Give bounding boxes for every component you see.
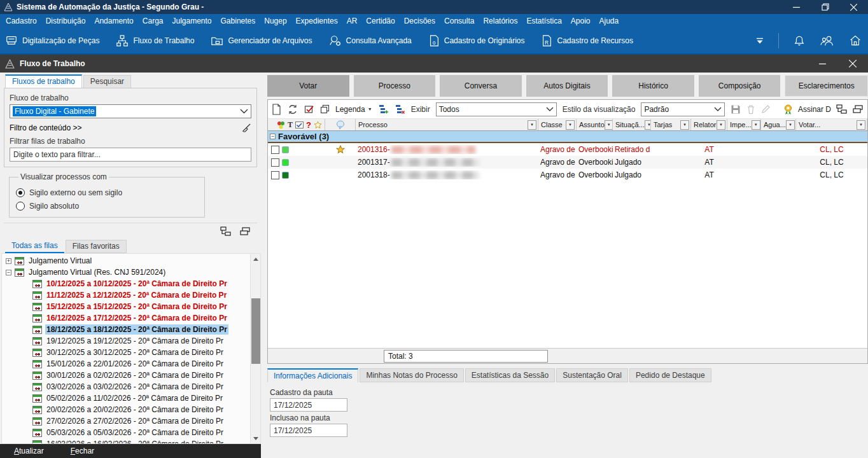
menu-item-apoio[interactable]: Apoio [566,14,595,28]
toolbar-item-consulta-avancada[interactable]: Consulta Avançada [329,34,412,47]
users-icon[interactable] [820,34,835,47]
group-row-favoravel[interactable]: − Favorável (3) [268,131,867,143]
toolbar-overflow-icon[interactable] [755,38,764,44]
tab-minhas-notas[interactable]: Minhas Notas do Processo [360,368,463,382]
tree-item[interactable]: 05/03/2026 a 05/03/2026 - 20ª Câmara de … [3,427,249,438]
collapse-tree-icon[interactable] [239,226,251,236]
toolbar-item-digitalizacao[interactable]: Digitalização de Peças [5,34,99,47]
tree-item[interactable]: 03/02/2026 a 03/02/2026 - 20ª Câmara de … [3,381,249,392]
menu-item-ar[interactable]: AR [342,14,362,28]
tab-pedido-destaque[interactable]: Pedido de Destaque [629,368,711,382]
menu-item-gabinetes[interactable]: Gabinetes [216,14,260,28]
minus-expander-icon[interactable]: − [270,134,276,139]
row-checkbox[interactable] [271,171,279,179]
queue-filter-input[interactable] [10,148,251,162]
row-checkbox[interactable] [271,146,279,154]
clear-filter-brush-icon[interactable] [241,123,251,133]
process-row[interactable]: 2001317- Agravo de Overbookii Julgado AT… [268,156,867,169]
filter-button[interactable]: ▼ [680,120,689,130]
filter-button[interactable]: ▼ [717,120,725,130]
column-header-situacao[interactable]: Situaçã...▼ [613,119,651,130]
status-traffic-icon[interactable] [277,121,285,129]
expand-panel-icon[interactable] [836,104,848,114]
menu-item-consulta[interactable]: Consulta [440,14,479,28]
save-view-icon[interactable] [731,104,741,114]
menu-item-cadastro[interactable]: Cadastro [1,14,41,28]
menu-item-julgamento[interactable]: Julgamento [167,14,216,28]
process-row[interactable]: 2001316- Agravo de Overbooki Retirado d … [268,143,867,156]
tree-item[interactable]: +Julgamento Virtual [3,255,249,267]
esclarecimentos-button[interactable]: Esclarecimentos [785,75,868,97]
composicao-button[interactable]: Composição [699,75,781,97]
notifications-bell-icon[interactable] [793,34,806,47]
tree-item[interactable]: 15/12/2025 a 15/12/2025 - 20ª Câmara de … [3,301,249,312]
toolbar-item-recursos[interactable]: R Cadastro de Recursos [541,34,633,47]
column-header-assunto[interactable]: Assunto▼ [577,119,613,130]
home-icon[interactable] [849,34,862,47]
filter-button[interactable]: ▼ [786,120,795,130]
minimize-button[interactable] [782,0,811,14]
tree-item[interactable]: 05/02/2026 a 11/02/2026 - 20ª Câmara de … [3,392,249,404]
workflow-minimize-button[interactable] [807,55,837,73]
tree-item[interactable]: 18/12/2025 a 18/12/2025 - 20ª Câmara de … [3,324,249,335]
tree-item[interactable]: 10/12/2025 a 10/12/2025 - 20ª Câmara de … [3,278,249,289]
tree-item[interactable]: 20/02/2026 a 20/02/2026 - 20ª Câmara de … [3,404,249,415]
radio-off-icon[interactable] [16,202,25,211]
scroll-down-icon[interactable] [251,433,260,443]
new-page-icon[interactable] [272,104,281,115]
toolbar-item-originarios[interactable]: o Cadastro de Originários [428,34,525,47]
tree-item[interactable]: 16/12/2025 a 17/12/2025 - 20ª Câmara de … [3,312,249,324]
fechar-button[interactable]: Fechar [71,447,94,455]
tree-item[interactable]: 15/01/2026 a 22/01/2026 - 20ª Câmara de … [3,358,249,370]
menu-item-expedientes[interactable]: Expedientes [291,14,342,28]
select-check-icon[interactable] [304,104,314,114]
column-header-impedimento[interactable]: Impe...▼ [727,119,761,130]
column-header-aguardando[interactable]: Agua...▼ [761,119,796,130]
tree-item[interactable]: 30/01/2026 a 02/02/2026 - 20ª Câmara de … [3,370,249,381]
menu-item-decisoes[interactable]: Decisões [400,14,440,28]
tree-item[interactable]: 27/02/2026 a 27/02/2026 - 20ª Câmara de … [3,415,249,427]
note-column-header[interactable] [325,119,356,130]
toolbar-item-fluxo[interactable]: Fluxo de Trabalho [116,34,194,47]
tree-item[interactable]: 30/12/2025 a 30/12/2025 - 20ª Câmara de … [3,347,249,358]
votar-button[interactable]: Votar [267,75,349,97]
atualizar-button[interactable]: Atualizar [14,447,44,455]
menu-item-relatorios[interactable]: Relatórios [479,14,522,28]
filter-button[interactable]: ▼ [528,120,536,130]
estilo-select[interactable]: Padrão [641,102,725,116]
toolbar-item-gerenciador[interactable]: Gerenciador de Arquivos [211,34,312,47]
close-button[interactable] [839,0,868,14]
tab-todas-as-filas[interactable]: Todas as filas [5,240,64,253]
fluxo-combobox[interactable]: Fluxo Digital - Gabinete [10,104,251,118]
column-header-votar[interactable]: Votar...▼ [796,119,867,130]
autos-digitais-button[interactable]: Autos Digitais [526,75,608,97]
inclusao-pauta-input[interactable] [270,424,347,437]
tree-scrollbar[interactable] [250,254,260,443]
radio-on-icon[interactable] [16,188,25,197]
menu-item-distribuicao[interactable]: Distribuição [41,14,90,28]
scrollbar-thumb[interactable] [251,298,260,364]
favorite-star-icon[interactable] [336,145,345,154]
menu-item-andamento[interactable]: Andamento [90,14,137,28]
tab-fluxos-de-trabalho[interactable]: Fluxos de trabalho [5,74,82,88]
column-header-classe[interactable]: Classe▼ [538,119,577,130]
menu-item-nugep[interactable]: Nugep [260,14,291,28]
filtro-conteudo-label[interactable]: Filtro de conteúdo >> [10,123,81,132]
filter-button[interactable]: ▼ [645,120,651,130]
envelope-check-icon[interactable] [295,121,304,128]
restore-button[interactable] [811,0,839,14]
cadastro-pauta-input[interactable] [270,398,347,412]
delete-view-icon[interactable] [746,104,755,114]
plus-expander-icon[interactable]: + [6,258,11,264]
tree-item[interactable]: 16/03/2026 a 16/03/2026 - 20ª Câmara de … [3,438,249,443]
text-column-icon[interactable]: T [288,120,293,130]
tab-pesquisar[interactable]: Pesquisar [83,75,131,88]
radio-sigilo-externo[interactable]: Sigilo externo ou sem sigilo [16,188,198,197]
refresh-icon[interactable] [287,104,298,114]
exibir-select[interactable]: Todos [436,102,557,116]
expand-tree-icon[interactable] [220,226,232,237]
edit-view-icon[interactable] [761,104,771,114]
row-checkbox[interactable] [271,158,279,167]
filter-button[interactable]: ▼ [857,120,865,130]
tab-sustentacao-oral[interactable]: Sustentação Oral [556,368,628,382]
